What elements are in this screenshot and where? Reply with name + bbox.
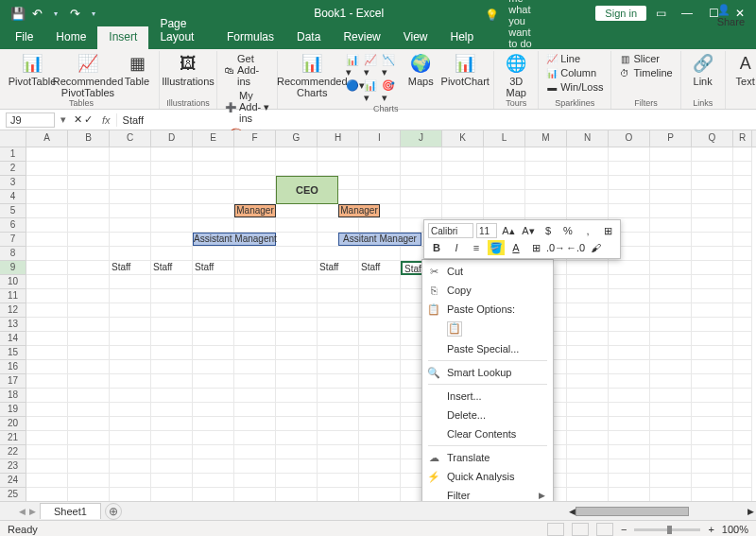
- cell[interactable]: [276, 389, 318, 403]
- cell[interactable]: [110, 218, 151, 233]
- cell[interactable]: [650, 233, 692, 247]
- cell[interactable]: [692, 474, 733, 488]
- cell[interactable]: [733, 190, 752, 204]
- cell[interactable]: [650, 147, 692, 162]
- cell[interactable]: [68, 190, 110, 204]
- cell[interactable]: [110, 162, 151, 176]
- cell[interactable]: [151, 389, 193, 403]
- row-header[interactable]: 16: [0, 360, 26, 374]
- cell[interactable]: [733, 445, 752, 459]
- cell[interactable]: [567, 474, 609, 488]
- cell[interactable]: [359, 190, 401, 204]
- mini-currency-icon[interactable]: $: [540, 223, 557, 238]
- cell[interactable]: [193, 204, 234, 218]
- cell[interactable]: [567, 176, 609, 190]
- col-header[interactable]: F: [234, 130, 276, 147]
- cell[interactable]: [68, 459, 110, 474]
- cell[interactable]: Staff: [318, 261, 359, 275]
- cell[interactable]: [650, 162, 692, 176]
- cell[interactable]: [110, 374, 151, 389]
- cell[interactable]: [692, 417, 733, 431]
- cell[interactable]: [318, 459, 359, 474]
- cell[interactable]: [359, 431, 401, 445]
- cell[interactable]: [609, 488, 650, 501]
- cell[interactable]: [609, 389, 650, 403]
- cell[interactable]: [442, 162, 484, 176]
- cell[interactable]: Staff: [359, 261, 401, 275]
- cell[interactable]: [276, 289, 318, 303]
- view-normal-icon[interactable]: [547, 523, 564, 536]
- cell[interactable]: [26, 318, 68, 332]
- cell[interactable]: [276, 303, 318, 318]
- cell[interactable]: [26, 275, 68, 289]
- cell[interactable]: [68, 360, 110, 374]
- cell[interactable]: [650, 445, 692, 459]
- cell[interactable]: [26, 346, 68, 360]
- cell[interactable]: [110, 275, 151, 289]
- cell-mgr1[interactable]: Manager: [234, 204, 276, 217]
- cell[interactable]: [234, 474, 276, 488]
- cell[interactable]: [276, 403, 318, 417]
- cell[interactable]: [733, 474, 752, 488]
- cell[interactable]: [26, 204, 68, 218]
- cell[interactable]: [650, 360, 692, 374]
- cell[interactable]: [692, 403, 733, 417]
- cell[interactable]: [567, 389, 609, 403]
- cell[interactable]: [68, 417, 110, 431]
- cell[interactable]: [151, 176, 193, 190]
- mini-fill-icon[interactable]: 🪣: [488, 240, 505, 255]
- cell[interactable]: [692, 204, 733, 218]
- cell[interactable]: [733, 417, 752, 431]
- cell[interactable]: [733, 218, 752, 233]
- col-header[interactable]: N: [567, 130, 609, 147]
- cell[interactable]: [193, 474, 234, 488]
- maps-button[interactable]: 🌍Maps: [404, 52, 437, 87]
- undo-dropdown[interactable]: ▾: [47, 5, 64, 22]
- cell[interactable]: [276, 445, 318, 459]
- row-header[interactable]: 13: [0, 318, 26, 332]
- cell[interactable]: [401, 176, 442, 190]
- row-header[interactable]: 8: [0, 247, 26, 261]
- cell[interactable]: [110, 346, 151, 360]
- cell[interactable]: [692, 360, 733, 374]
- cell[interactable]: [276, 147, 318, 162]
- cell[interactable]: [733, 488, 752, 501]
- cell[interactable]: [359, 488, 401, 501]
- formula-input[interactable]: Staff: [116, 113, 756, 127]
- cell[interactable]: [193, 303, 234, 318]
- cell[interactable]: [110, 403, 151, 417]
- add-sheet-button[interactable]: ⊕: [105, 503, 122, 520]
- cell[interactable]: [359, 360, 401, 374]
- cell[interactable]: [26, 374, 68, 389]
- cell[interactable]: [442, 176, 484, 190]
- cell[interactable]: [650, 261, 692, 275]
- cell[interactable]: [151, 190, 193, 204]
- cell[interactable]: [234, 176, 276, 190]
- cell[interactable]: [68, 162, 110, 176]
- row-header[interactable]: 21: [0, 431, 26, 445]
- cell[interactable]: [359, 218, 401, 233]
- cell[interactable]: [68, 233, 110, 247]
- cell[interactable]: [609, 431, 650, 445]
- cell[interactable]: [151, 247, 193, 261]
- cell[interactable]: [484, 204, 525, 218]
- cell-mgr2[interactable]: Manager: [338, 204, 380, 217]
- cell[interactable]: [234, 318, 276, 332]
- chart-gallery[interactable]: 📊▾📈▾📉▾ 🔵▾📊▾🎯▾: [346, 52, 399, 104]
- pivotchart-button[interactable]: 📊PivotChart: [442, 52, 488, 87]
- cell[interactable]: [26, 488, 68, 501]
- cell[interactable]: [359, 303, 401, 318]
- cell[interactable]: [359, 417, 401, 431]
- cell[interactable]: [193, 431, 234, 445]
- cancel-icon[interactable]: ✕: [74, 113, 82, 126]
- cell[interactable]: [151, 332, 193, 346]
- cell[interactable]: [359, 445, 401, 459]
- cell[interactable]: [567, 204, 609, 218]
- col-header[interactable]: K: [442, 130, 484, 147]
- cell[interactable]: [276, 162, 318, 176]
- tab-view[interactable]: View: [392, 26, 439, 49]
- cell[interactable]: [692, 445, 733, 459]
- 3dmap-button[interactable]: 🌐3D Map: [500, 52, 532, 98]
- cell[interactable]: [567, 147, 609, 162]
- cell[interactable]: [276, 374, 318, 389]
